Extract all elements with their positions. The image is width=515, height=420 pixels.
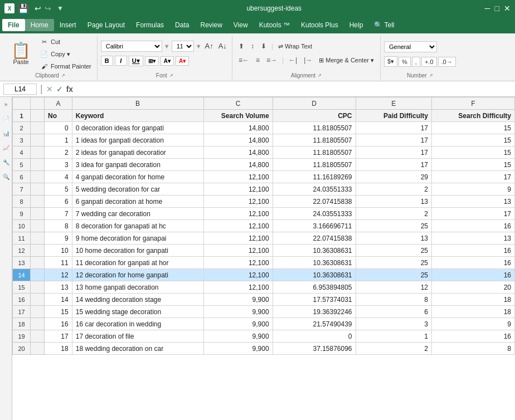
- table-row[interactable]: 200 decoration ideas for ganpati14,80011…: [13, 122, 515, 134]
- table-row[interactable]: 1088 decoration for ganapati at hc12,100…: [13, 220, 515, 232]
- cell-paid-difficulty[interactable]: 6: [356, 306, 432, 318]
- cell-no[interactable]: 8: [45, 220, 72, 232]
- cell-search-volume[interactable]: 12,100: [203, 257, 273, 269]
- cell-keyword[interactable]: 3 idea for ganpati decoration: [72, 159, 203, 171]
- cell-no[interactable]: 6: [45, 196, 72, 208]
- cell-keyword[interactable]: 5 wedding decoration for car: [72, 183, 203, 196]
- cell-search-volume[interactable]: 12,100: [203, 208, 273, 220]
- col-header-B[interactable]: B: [72, 97, 203, 110]
- cell-search-difficulty[interactable]: 18: [432, 306, 515, 318]
- cell-search-volume[interactable]: 12,100: [203, 269, 273, 281]
- cell-keyword[interactable]: 1 ideas for ganpati decoration: [72, 134, 203, 146]
- cell-cpc[interactable]: 11.81805507: [273, 134, 356, 146]
- menu-file[interactable]: File: [2, 19, 25, 31]
- cell-cpc[interactable]: 11.16189269: [273, 171, 356, 183]
- align-top-button[interactable]: ⬆: [236, 41, 247, 51]
- indent-increase-button[interactable]: |→: [301, 55, 315, 65]
- align-center-button[interactable]: ≡: [253, 55, 263, 65]
- cell-keyword[interactable]: 14 wedding decoration stage: [72, 294, 203, 306]
- side-nav-expand[interactable]: »: [1, 99, 11, 109]
- cell-keyword[interactable]: 4 ganpati decoration for home: [72, 171, 203, 183]
- cell-search-volume[interactable]: 12,100: [203, 171, 273, 183]
- cell-paid-difficulty[interactable]: 25: [356, 257, 432, 269]
- cell-keyword[interactable]: 10 home decoration for ganpati: [72, 245, 203, 257]
- dollar-button[interactable]: $▾: [384, 56, 397, 67]
- cell-paid-difficulty[interactable]: 3: [356, 318, 432, 330]
- cell-cpc[interactable]: 21.57490439: [273, 318, 356, 330]
- cell-search-volume[interactable]: 9,900: [203, 294, 273, 306]
- cell-search-volume[interactable]: 14,800: [203, 122, 273, 134]
- cell-search-difficulty[interactable]: 17: [432, 208, 515, 220]
- cell-search-volume[interactable]: 12,100: [203, 232, 273, 245]
- formula-enter-icon[interactable]: ✓: [56, 85, 63, 94]
- cell-no[interactable]: 11: [45, 257, 72, 269]
- copy-button[interactable]: 📄 Copy ▾: [37, 48, 94, 60]
- align-middle-button[interactable]: ↕: [248, 41, 257, 51]
- cell-cpc[interactable]: 11.81805507: [273, 122, 356, 134]
- table-row[interactable]: 201818 wedding decoration on car9,90037.…: [13, 343, 515, 355]
- side-nav-chart[interactable]: 📈: [1, 143, 11, 153]
- cell-paid-difficulty[interactable]: 25: [356, 245, 432, 257]
- italic-button[interactable]: I: [115, 56, 127, 66]
- cell-cpc[interactable]: 17.57374031: [273, 294, 356, 306]
- cell-paid-difficulty[interactable]: 13: [356, 196, 432, 208]
- cell-keyword[interactable]: 16 car decoration in wedding: [72, 318, 203, 330]
- cell-paid-difficulty[interactable]: 13: [356, 232, 432, 245]
- cell-no[interactable]: 12: [45, 269, 72, 281]
- table-row[interactable]: 866 ganpati decoration at home12,10022.0…: [13, 196, 515, 208]
- cell-keyword[interactable]: 17 decoration of file: [72, 330, 203, 343]
- wrap-text-button[interactable]: ⇌ Wrap Text: [275, 42, 315, 51]
- fill-color-button[interactable]: A▾: [161, 56, 174, 66]
- format-painter-button[interactable]: 🖌 Format Painter: [37, 61, 94, 72]
- side-nav-table[interactable]: 📊: [1, 128, 11, 138]
- cell-no[interactable]: 1: [45, 134, 72, 146]
- table-row[interactable]: 422 ideas for ganapati decoratior14,8001…: [13, 146, 515, 159]
- col-header-C[interactable]: C: [203, 97, 273, 110]
- align-left-button[interactable]: ≡←: [236, 55, 252, 65]
- cell-search-difficulty[interactable]: 16: [432, 220, 515, 232]
- table-row[interactable]: 121010 home decoration for ganpati12,100…: [13, 245, 515, 257]
- cell-search-volume[interactable]: 9,900: [203, 330, 273, 343]
- cell-cpc[interactable]: 10.36308631: [273, 245, 356, 257]
- cell-search-difficulty[interactable]: 15: [432, 122, 515, 134]
- cell-cpc[interactable]: 37.15876096: [273, 343, 356, 355]
- underline-button[interactable]: U▾: [129, 56, 143, 66]
- table-row[interactable]: 1199 home decoration for ganapai12,10022…: [13, 232, 515, 245]
- cell-no[interactable]: 16: [45, 318, 72, 330]
- cell-search-difficulty[interactable]: 16: [432, 245, 515, 257]
- menu-tell[interactable]: 🔍 Tell: [368, 19, 400, 31]
- cell-no[interactable]: 3: [45, 159, 72, 171]
- menu-help[interactable]: Help: [344, 19, 369, 31]
- cell-search-volume[interactable]: 14,800: [203, 134, 273, 146]
- cell-keyword[interactable]: 7 wedding car decoration: [72, 208, 203, 220]
- cell-search-difficulty[interactable]: 16: [432, 257, 515, 269]
- cell-keyword[interactable]: 15 wedding stage decoration: [72, 306, 203, 318]
- cell-keyword[interactable]: 11 decoration for ganpati at hor: [72, 257, 203, 269]
- font-increase-button[interactable]: A↑: [203, 41, 215, 51]
- cell-cpc[interactable]: 22.07415838: [273, 196, 356, 208]
- cell-search-volume[interactable]: 12,100: [203, 183, 273, 196]
- table-row[interactable]: 181616 car decoration in wedding9,90021.…: [13, 318, 515, 330]
- cell-no[interactable]: 4: [45, 171, 72, 183]
- menu-kutools-plus[interactable]: Kutools Plus: [295, 19, 344, 31]
- cell-no[interactable]: 0: [45, 122, 72, 134]
- font-family-select[interactable]: Calibri: [101, 41, 162, 52]
- cell-keyword[interactable]: 0 decoration ideas for ganpati: [72, 122, 203, 134]
- cell-cpc[interactable]: 22.07415838: [273, 232, 356, 245]
- cell-paid-difficulty[interactable]: 29: [356, 171, 432, 183]
- menu-review[interactable]: Review: [195, 19, 227, 31]
- cell-keyword[interactable]: 6 ganpati decoration at home: [72, 196, 203, 208]
- cell-search-volume[interactable]: 12,100: [203, 281, 273, 294]
- cell-no[interactable]: 7: [45, 208, 72, 220]
- menu-page-layout[interactable]: Page Layout: [82, 19, 130, 31]
- side-nav-search[interactable]: 🔍: [1, 172, 11, 182]
- menu-insert[interactable]: Insert: [54, 19, 82, 31]
- cell-paid-difficulty[interactable]: 12: [356, 281, 432, 294]
- cell-keyword[interactable]: 12 decoration for home ganpati: [72, 269, 203, 281]
- cell-search-difficulty[interactable]: 8: [432, 343, 515, 355]
- cell-search-volume[interactable]: 12,100: [203, 196, 273, 208]
- table-row[interactable]: 533 idea for ganpati decoration14,80011.…: [13, 159, 515, 171]
- cell-search-difficulty[interactable]: 9: [432, 318, 515, 330]
- cell-search-difficulty[interactable]: 16: [432, 269, 515, 281]
- align-bottom-button[interactable]: ⬇: [258, 41, 269, 51]
